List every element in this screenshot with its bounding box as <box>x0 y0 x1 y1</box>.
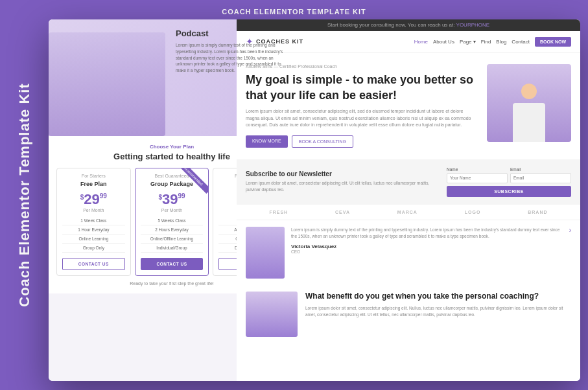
podcast-content: Podcast Lorem ipsum is simply dummy text… <box>176 29 286 74</box>
testimonial-name: Victoria Velasquez <box>291 244 563 249</box>
nav-links: Home About Us Page ▾ Find Blog Contact B… <box>414 37 571 47</box>
newsletter-content: Subscribe to our Newsletter Lorem ipsum … <box>246 170 438 193</box>
blog-content: What benefit do you get when you take th… <box>305 292 571 318</box>
name-input[interactable] <box>447 173 508 183</box>
card-2-features: 5 Weeks Class 2 Hours Everyday Online/Of… <box>141 216 204 253</box>
testimonial-role: CEO <box>291 249 563 254</box>
hero-content: Andrew Sims — Certified Professional Coa… <box>246 64 478 147</box>
card-1-name: Free Plan <box>62 181 125 187</box>
person-head <box>521 84 537 99</box>
hero-section: Andrew Sims — Certified Professional Coa… <box>237 52 580 159</box>
subscribe-button[interactable]: SUBSCRIBE <box>447 186 571 197</box>
browser-mockup: Podcast Lorem ipsum is simply dummy text… <box>49 19 580 381</box>
main-panel: Start booking your consulting now. You c… <box>237 19 580 381</box>
testimonial-body: Lorem ipsum is simply dummy text of the … <box>291 227 563 240</box>
card-2-cents: 99 <box>178 192 185 200</box>
nav-blog[interactable]: Blog <box>496 39 506 45</box>
card-2-feature-1: 5 Weeks Class <box>141 216 204 225</box>
announcement-link[interactable]: YOURPHONE <box>456 22 490 28</box>
hero-person-image <box>487 64 571 142</box>
blog-image <box>246 292 298 337</box>
card-2-amount: 39 <box>162 191 178 207</box>
top-label: Coach Elementor Template Kit <box>222 8 366 16</box>
card-2-period: Per Month <box>141 208 204 212</box>
logo-5: BRAND <box>528 210 547 214</box>
navigation: ✦ COACHES KIT Home About Us Page ▾ Find … <box>237 31 580 52</box>
newsletter-body: Lorem ipsum dolor sit amet, consectetur … <box>246 180 438 193</box>
logos-bar: FRESH CEVA MARCA LOGO BRAND <box>237 205 580 220</box>
book-now-button[interactable]: BOOK NOW <box>535 37 571 47</box>
hero-body: Lorem ipsum dolor sit amet, consectetur … <box>246 108 478 129</box>
email-group: Email <box>510 167 571 183</box>
card-1-feature-1: 1 Week Class <box>62 216 125 225</box>
card-2-price: $3999 Per Month <box>141 191 204 212</box>
blog-image-inner <box>246 292 298 337</box>
card-1-feature-4: Group Only <box>62 244 125 253</box>
pricing-card-1: For Starters Free Plan $2999 Per Month 1… <box>56 168 131 276</box>
newsletter-section: Subscribe to our Newsletter Lorem ipsum … <box>237 159 580 205</box>
know-more-button[interactable]: KNOW MORE <box>246 135 288 148</box>
testimonial-arrow[interactable]: › <box>569 227 571 234</box>
person-silhouette <box>503 77 555 142</box>
card-1-btn[interactable]: CONTACT US <box>62 258 125 270</box>
newsletter-title: Subscribe to our Newsletter <box>246 170 438 178</box>
email-label: Email <box>510 167 571 172</box>
podcast-image <box>49 32 165 136</box>
pricing-card-2: Recommended Best Guaranteed Group Packag… <box>135 168 209 276</box>
form-row: Name Email <box>447 167 571 183</box>
hero-buttons: KNOW MORE BOOK A CONSULTING <box>246 135 478 148</box>
card-1-price: $2999 Per Month <box>62 191 125 212</box>
logo-3: MARCA <box>397 210 417 214</box>
logo-2: CEVA <box>335 210 350 214</box>
nav-home[interactable]: Home <box>414 39 428 45</box>
email-input[interactable] <box>510 173 571 183</box>
card-1-cents: 99 <box>100 192 107 200</box>
card-1-label: For Starters <box>62 174 125 178</box>
newsletter-form: Name Email SUBSCRIBE <box>447 167 571 197</box>
logo-4: LOGO <box>465 210 481 214</box>
logo-1: FRESH <box>269 210 288 214</box>
card-1-feature-3: Online Learning <box>62 235 125 244</box>
testimonial-section: Lorem ipsum is simply dummy text of the … <box>237 220 580 285</box>
hero-title: My goal is simple - to make you better s… <box>246 73 478 103</box>
hero-image <box>487 64 571 142</box>
podcast-body: Lorem ipsum is simply dummy text of the … <box>176 42 286 74</box>
announcement-text: Start booking your consulting now. You c… <box>327 22 455 28</box>
card-2-feature-2: 2 Hours Everyday <box>141 225 204 235</box>
name-group: Name <box>447 167 508 183</box>
card-1-feature-2: 1 Hour Everyday <box>62 225 125 235</box>
podcast-title: Podcast <box>176 29 286 38</box>
card-1-period: Per Month <box>62 208 125 212</box>
nav-page[interactable]: Page ▾ <box>460 39 476 45</box>
blog-body: Lorem ipsum dolor sit amet, consectetur … <box>305 305 571 318</box>
blog-section: What benefit do you get when you take th… <box>237 285 580 343</box>
card-2-feature-4: Individual/Group <box>141 244 204 253</box>
name-label: Name <box>447 167 508 172</box>
testimonial-content: Lorem ipsum is simply dummy text of the … <box>291 227 563 255</box>
card-1-features: 1 Week Class 1 Hour Everyday Online Lear… <box>62 216 125 253</box>
nav-contact[interactable]: Contact <box>512 39 530 45</box>
book-consulting-button[interactable]: BOOK A CONSULTING <box>292 135 353 148</box>
nav-find[interactable]: Find <box>481 39 491 45</box>
card-2-btn[interactable]: CONTACT US <box>141 258 204 270</box>
announcement-bar: Start booking your consulting now. You c… <box>237 19 580 31</box>
card-2-feature-3: Online/Offline Learning <box>141 235 204 244</box>
blog-title: What benefit do you get when you take th… <box>305 292 571 302</box>
vertical-title: Coach Elementor Template Kit <box>16 33 33 357</box>
nav-about[interactable]: About Us <box>433 39 454 45</box>
testimonial-image <box>246 227 285 279</box>
person-body <box>513 103 545 142</box>
card-1-amount: 29 <box>84 191 99 207</box>
